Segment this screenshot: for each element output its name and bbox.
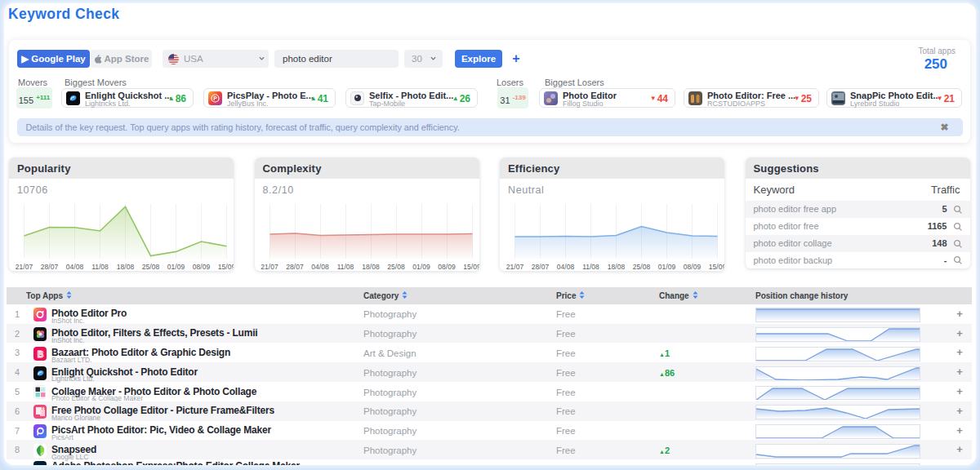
svg-text:P: P [213, 95, 217, 101]
svg-text:Ps: Ps [36, 464, 43, 465]
svg-text:B: B [37, 348, 43, 358]
